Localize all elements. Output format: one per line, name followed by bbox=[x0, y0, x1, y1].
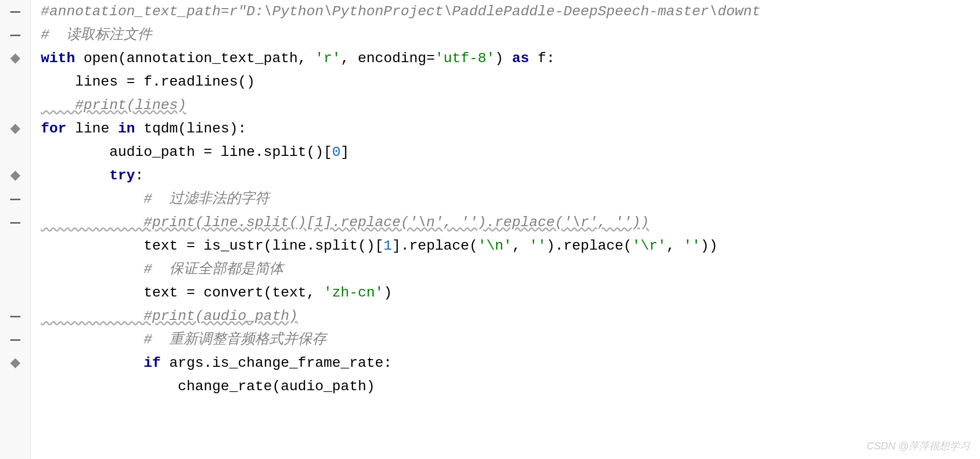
gutter-icon bbox=[0, 70, 30, 94]
code-line: # 读取标注文件 bbox=[41, 23, 980, 47]
code-line: with open(annotation_text_path, 'r', enc… bbox=[41, 47, 980, 70]
code-line: #annotation_text_path=r"D:\Python\Python… bbox=[41, 0, 980, 23]
token-normal: audio_path = line.split()[ bbox=[41, 144, 332, 160]
code-line: #print(audio_path) bbox=[41, 305, 980, 328]
token-keyword: for bbox=[41, 121, 75, 137]
token-normal: args.is_change_frame_rate: bbox=[169, 355, 392, 371]
token-normal: , encoding= bbox=[341, 50, 435, 66]
code-line: text = is_ustr(line.split()[1].replace('… bbox=[41, 234, 980, 258]
gutter bbox=[0, 0, 31, 459]
token-normal: tqdm(lines): bbox=[144, 121, 247, 137]
token-normal: ) bbox=[383, 285, 392, 301]
token-normal: )) bbox=[701, 238, 718, 254]
token-normal: change_rate(audio_path) bbox=[41, 379, 375, 394]
gutter-icon bbox=[0, 117, 30, 141]
gutter-icon bbox=[0, 0, 30, 23]
token-string: '' bbox=[529, 238, 547, 254]
token-string: 'utf-8' bbox=[435, 50, 495, 66]
code-line: if args.is_change_frame_rate: bbox=[41, 352, 980, 375]
token-keyword: if bbox=[41, 355, 169, 371]
token-normal: f: bbox=[529, 50, 555, 66]
token-string: '\n' bbox=[478, 238, 512, 254]
code-line: #print(lines) bbox=[41, 94, 980, 117]
gutter-icon bbox=[0, 375, 30, 398]
gutter-icon bbox=[0, 187, 30, 211]
code-line: # 重新调整音频格式并保存 bbox=[41, 328, 980, 352]
token-normal: ] bbox=[341, 144, 349, 160]
gutter-icon bbox=[0, 47, 30, 70]
gutter-icon bbox=[0, 211, 30, 234]
code-line: change_rate(audio_path) bbox=[41, 375, 980, 398]
token-keyword: with bbox=[41, 50, 84, 66]
token-normal: ) bbox=[495, 50, 512, 66]
token-normal: lines = f.readlines() bbox=[41, 74, 255, 90]
code-area: #annotation_text_path=r"D:\Python\Python… bbox=[31, 0, 980, 459]
token-comment-italic: #print(lines) bbox=[41, 97, 187, 113]
code-line: # 保证全部都是简体 bbox=[41, 258, 980, 281]
gutter-icon bbox=[0, 23, 30, 47]
token-comment-italic: #print(audio_path) bbox=[41, 308, 298, 324]
token-comment: # 保证全部都是简体 bbox=[41, 261, 283, 277]
token-normal: , bbox=[512, 238, 529, 254]
token-comment: # 过滤非法的字符 bbox=[41, 191, 269, 207]
gutter-icon bbox=[0, 94, 30, 117]
code-line: try: bbox=[41, 164, 980, 187]
token-comment: #annotation_text_path=r"D:\Python\Python… bbox=[41, 4, 760, 19]
gutter-icon bbox=[0, 164, 30, 187]
token-number: 1 bbox=[383, 238, 392, 254]
token-normal: , bbox=[666, 238, 684, 254]
token-normal: line bbox=[75, 121, 118, 137]
gutter-icon bbox=[0, 352, 30, 375]
code-line: # 过滤非法的字符 bbox=[41, 187, 980, 211]
watermark: CSDN @萍萍很想学习 bbox=[866, 438, 970, 454]
token-string: '' bbox=[683, 238, 701, 254]
code-line: audio_path = line.split()[0] bbox=[41, 141, 980, 164]
code-editor: #annotation_text_path=r"D:\Python\Python… bbox=[0, 0, 980, 459]
token-normal: text = convert(text, bbox=[41, 285, 324, 301]
token-string: 'zh-cn' bbox=[324, 285, 384, 301]
gutter-icon bbox=[0, 328, 30, 352]
token-keyword: try bbox=[41, 168, 135, 183]
token-string: 'r' bbox=[315, 50, 341, 66]
token-number: 0 bbox=[332, 144, 341, 160]
code-line: #print(line.split()[1].replace('\n', '')… bbox=[41, 211, 980, 234]
token-keyword: in bbox=[118, 121, 143, 137]
code-line: for line in tqdm(lines): bbox=[41, 117, 980, 141]
token-normal: : bbox=[135, 168, 144, 183]
token-normal: open(annotation_text_path, bbox=[84, 50, 315, 66]
token-normal: text = is_ustr(line.split()[ bbox=[41, 238, 383, 254]
token-string: '\r' bbox=[632, 238, 666, 254]
code-line: text = convert(text, 'zh-cn') bbox=[41, 281, 980, 305]
token-normal: ].replace( bbox=[392, 238, 478, 254]
code-line: lines = f.readlines() bbox=[41, 70, 980, 94]
token-comment-italic: #print(line.split()[1].replace('\n', '')… bbox=[41, 214, 649, 230]
token-keyword: as bbox=[512, 50, 529, 66]
gutter-icon bbox=[0, 281, 30, 305]
gutter-icon bbox=[0, 258, 30, 281]
token-comment: # 读取标注文件 bbox=[41, 27, 152, 43]
token-comment: # 重新调整音频格式并保存 bbox=[41, 332, 326, 347]
gutter-icon bbox=[0, 305, 30, 328]
gutter-icon bbox=[0, 234, 30, 258]
token-normal: ).replace( bbox=[546, 238, 632, 254]
gutter-icon bbox=[0, 141, 30, 164]
